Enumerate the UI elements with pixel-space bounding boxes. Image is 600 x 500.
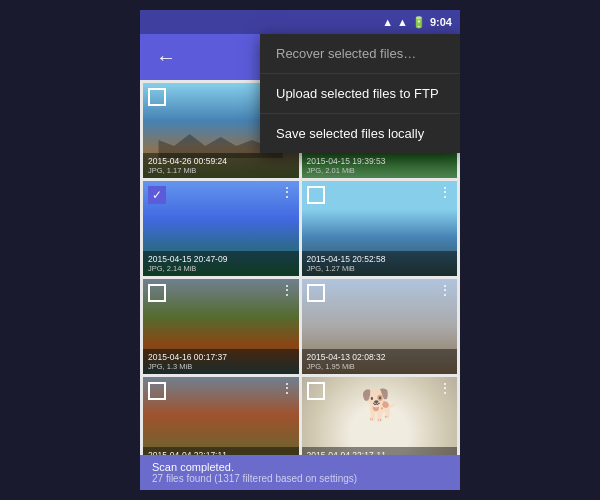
photo-cell-7[interactable]: ⋮ 🐕 2015-04-04 22:17-11 JPG, 1.15 MiB	[302, 377, 458, 455]
options-icon-2[interactable]: ⋮	[280, 185, 295, 199]
checkbox-0[interactable]	[148, 88, 166, 106]
options-icon-7[interactable]: ⋮	[438, 381, 453, 395]
phone-container: ▲ ▲ 🔋 9:04 ← Recover selected files… Upl…	[140, 10, 460, 490]
photo-date-2: 2015-04-15 20:47-09	[148, 254, 294, 264]
photo-date-3: 2015-04-15 20:52:58	[307, 254, 453, 264]
footer-line2: 27 files found (1317 filtered based on s…	[152, 473, 448, 484]
photo-info-7: 2015-04-04 22:17-11 JPG, 1.15 MiB	[302, 447, 458, 455]
checkbox-3[interactable]	[307, 186, 325, 204]
back-button[interactable]: ←	[152, 42, 180, 73]
photo-size-4: JPG, 1.3 MiB	[148, 362, 294, 371]
photo-date-0: 2015-04-26 00:59:24	[148, 156, 294, 166]
checkbox-2[interactable]	[148, 186, 166, 204]
upload-ftp-item[interactable]: Upload selected files to FTP	[260, 73, 460, 113]
photo-info-4: 2015-04-16 00:17:37 JPG, 1.3 MiB	[143, 349, 299, 374]
photo-size-0: JPG, 1.17 MiB	[148, 166, 294, 175]
photo-cell-2[interactable]: ⋮ 2015-04-15 20:47-09 JPG, 2.14 MiB	[143, 181, 299, 276]
options-icon-6[interactable]: ⋮	[280, 381, 295, 395]
photo-cell-6[interactable]: ⋮ 2015-04-04 22:17:11 JPG, 1.15 MiB	[143, 377, 299, 455]
signal-icon: ▲	[397, 16, 408, 28]
dropdown-menu: Recover selected files… Upload selected …	[260, 34, 460, 153]
checkbox-7[interactable]	[307, 382, 325, 400]
status-time: 9:04	[430, 16, 452, 28]
options-icon-4[interactable]: ⋮	[280, 283, 295, 297]
checkbox-4[interactable]	[148, 284, 166, 302]
options-icon-3[interactable]: ⋮	[438, 185, 453, 199]
photo-date-5: 2015-04-13 02:08:32	[307, 352, 453, 362]
photo-size-2: JPG, 2.14 MiB	[148, 264, 294, 273]
photo-date-4: 2015-04-16 00:17:37	[148, 352, 294, 362]
photo-size-5: JPG, 1.95 MiB	[307, 362, 453, 371]
photo-cell-5[interactable]: ⋮ 2015-04-13 02:08:32 JPG, 1.95 MiB	[302, 279, 458, 374]
photo-size-3: JPG, 1.27 MiB	[307, 264, 453, 273]
battery-icon: 🔋	[412, 16, 426, 29]
status-icons: ▲ ▲ 🔋 9:04	[382, 16, 452, 29]
dropdown-header: Recover selected files…	[260, 34, 460, 73]
photo-date-1: 2015-04-15 19:39:53	[307, 156, 453, 166]
checkbox-5[interactable]	[307, 284, 325, 302]
photo-cell-4[interactable]: ⋮ 2015-04-16 00:17:37 JPG, 1.3 MiB	[143, 279, 299, 374]
scan-footer: Scan completed. 27 files found (1317 fil…	[140, 455, 460, 490]
photo-info-5: 2015-04-13 02:08:32 JPG, 1.95 MiB	[302, 349, 458, 374]
photo-cell-3[interactable]: ⋮ 2015-04-15 20:52:58 JPG, 1.27 MiB	[302, 181, 458, 276]
photo-date-7: 2015-04-04 22:17-11	[307, 450, 453, 455]
photo-size-1: JPG, 2.01 MiB	[307, 166, 453, 175]
photo-date-6: 2015-04-04 22:17:11	[148, 450, 294, 455]
photo-info-6: 2015-04-04 22:17:11 JPG, 1.15 MiB	[143, 447, 299, 455]
checkbox-6[interactable]	[148, 382, 166, 400]
save-locally-item[interactable]: Save selected files locally	[260, 113, 460, 153]
photo-info-2: 2015-04-15 20:47-09 JPG, 2.14 MiB	[143, 251, 299, 276]
status-bar: ▲ ▲ 🔋 9:04	[140, 10, 460, 34]
options-icon-5[interactable]: ⋮	[438, 283, 453, 297]
photo-info-0: 2015-04-26 00:59:24 JPG, 1.17 MiB	[143, 153, 299, 178]
photo-info-1: 2015-04-15 19:39:53 JPG, 2.01 MiB	[302, 153, 458, 178]
photo-info-3: 2015-04-15 20:52:58 JPG, 1.27 MiB	[302, 251, 458, 276]
toolbar: ← Recover selected files… Upload selecte…	[140, 34, 460, 80]
footer-line1: Scan completed.	[152, 461, 448, 473]
wifi-icon: ▲	[382, 16, 393, 28]
